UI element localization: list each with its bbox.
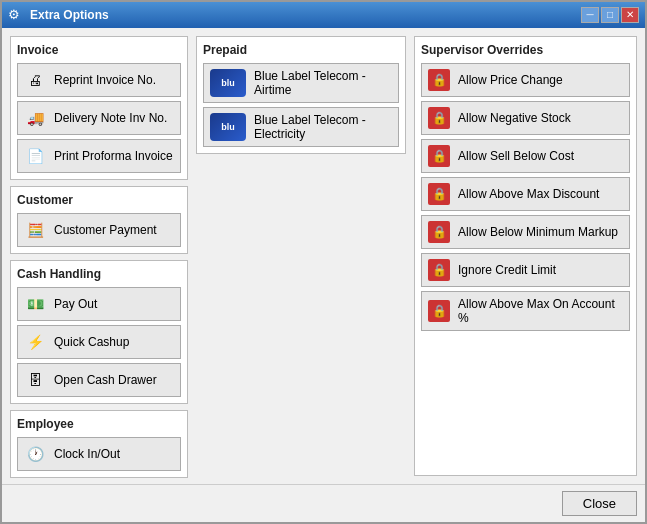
above-max-discount-label: Allow Above Max Discount [458, 187, 599, 201]
open-cash-drawer-icon: 🗄 [24, 369, 46, 391]
cash-handling-section: Cash Handling 💵 Pay Out ⚡ Quick Cashup 🗄… [10, 260, 188, 404]
employee-title: Employee [17, 417, 181, 431]
lock-icon-above-max-discount: 🔒 [428, 183, 450, 205]
electricity-button[interactable]: blu Blue Label Telecom - Electricity [203, 107, 399, 147]
above-max-account-label: Allow Above Max On Account % [458, 297, 623, 325]
clock-icon: 🕐 [24, 443, 46, 465]
below-min-markup-label: Allow Below Minimum Markup [458, 225, 618, 239]
airtime-logo: blu [210, 69, 246, 97]
middle-column: Prepaid blu Blue Label Telecom - Airtime… [196, 36, 406, 476]
customer-payment-label: Customer Payment [54, 223, 157, 237]
title-bar-left: ⚙ Extra Options [8, 7, 109, 23]
lock-icon-negative-stock: 🔒 [428, 107, 450, 129]
quick-cashup-button[interactable]: ⚡ Quick Cashup [17, 325, 181, 359]
minimize-button[interactable]: ─ [581, 7, 599, 23]
close-button[interactable]: Close [562, 491, 637, 516]
airtime-button[interactable]: blu Blue Label Telecom - Airtime [203, 63, 399, 103]
allow-sell-below-cost-button[interactable]: 🔒 Allow Sell Below Cost [421, 139, 630, 173]
lock-icon-below-min-markup: 🔒 [428, 221, 450, 243]
allow-below-min-markup-button[interactable]: 🔒 Allow Below Minimum Markup [421, 215, 630, 249]
proforma-label: Print Proforma Invoice [54, 149, 173, 163]
allow-price-change-button[interactable]: 🔒 Allow Price Change [421, 63, 630, 97]
open-cash-drawer-button[interactable]: 🗄 Open Cash Drawer [17, 363, 181, 397]
allow-negative-stock-button[interactable]: 🔒 Allow Negative Stock [421, 101, 630, 135]
left-column: Invoice 🖨 Reprint Invoice No. 🚚 Delivery… [10, 36, 188, 476]
price-change-label: Allow Price Change [458, 73, 563, 87]
cash-handling-title: Cash Handling [17, 267, 181, 281]
negative-stock-label: Allow Negative Stock [458, 111, 571, 125]
bottom-bar: Close [2, 484, 645, 522]
prepaid-section: Prepaid blu Blue Label Telecom - Airtime… [196, 36, 406, 154]
delivery-label: Delivery Note Inv No. [54, 111, 167, 125]
allow-above-max-on-account-button[interactable]: 🔒 Allow Above Max On Account % [421, 291, 630, 331]
electricity-label: Blue Label Telecom - Electricity [254, 113, 392, 141]
supervisor-section: Supervisor Overrides 🔒 Allow Price Chang… [414, 36, 637, 476]
pay-out-icon: 💵 [24, 293, 46, 315]
customer-payment-button[interactable]: 🧮 Customer Payment [17, 213, 181, 247]
pay-out-label: Pay Out [54, 297, 97, 311]
customer-payment-icon: 🧮 [24, 219, 46, 241]
employee-section: Employee 🕐 Clock In/Out [10, 410, 188, 478]
lock-icon-above-max-account: 🔒 [428, 300, 450, 322]
sell-below-cost-label: Allow Sell Below Cost [458, 149, 574, 163]
right-column: Supervisor Overrides 🔒 Allow Price Chang… [414, 36, 637, 476]
print-proforma-button[interactable]: 📄 Print Proforma Invoice [17, 139, 181, 173]
electricity-logo: blu [210, 113, 246, 141]
quick-cashup-label: Quick Cashup [54, 335, 129, 349]
lock-icon-price-change: 🔒 [428, 69, 450, 91]
reprint-invoice-button[interactable]: 🖨 Reprint Invoice No. [17, 63, 181, 97]
allow-above-max-discount-button[interactable]: 🔒 Allow Above Max Discount [421, 177, 630, 211]
invoice-title: Invoice [17, 43, 181, 57]
delivery-icon: 🚚 [24, 107, 46, 129]
pay-out-button[interactable]: 💵 Pay Out [17, 287, 181, 321]
window-close-button[interactable]: ✕ [621, 7, 639, 23]
reprint-label: Reprint Invoice No. [54, 73, 156, 87]
content-area: Invoice 🖨 Reprint Invoice No. 🚚 Delivery… [2, 28, 645, 484]
supervisor-title: Supervisor Overrides [421, 43, 630, 57]
delivery-note-button[interactable]: 🚚 Delivery Note Inv No. [17, 101, 181, 135]
credit-limit-label: Ignore Credit Limit [458, 263, 556, 277]
open-cash-drawer-label: Open Cash Drawer [54, 373, 157, 387]
customer-title: Customer [17, 193, 181, 207]
customer-section: Customer 🧮 Customer Payment [10, 186, 188, 254]
window-icon: ⚙ [8, 7, 24, 23]
airtime-label: Blue Label Telecom - Airtime [254, 69, 392, 97]
quick-cashup-icon: ⚡ [24, 331, 46, 353]
clock-label: Clock In/Out [54, 447, 120, 461]
clock-in-out-button[interactable]: 🕐 Clock In/Out [17, 437, 181, 471]
lock-icon-credit-limit: 🔒 [428, 259, 450, 281]
ignore-credit-limit-button[interactable]: 🔒 Ignore Credit Limit [421, 253, 630, 287]
lock-icon-sell-below-cost: 🔒 [428, 145, 450, 167]
title-bar-controls: ─ □ ✕ [581, 7, 639, 23]
proforma-icon: 📄 [24, 145, 46, 167]
title-bar: ⚙ Extra Options ─ □ ✕ [2, 2, 645, 28]
window-title: Extra Options [30, 8, 109, 22]
invoice-section: Invoice 🖨 Reprint Invoice No. 🚚 Delivery… [10, 36, 188, 180]
maximize-button[interactable]: □ [601, 7, 619, 23]
prepaid-title: Prepaid [203, 43, 399, 57]
reprint-icon: 🖨 [24, 69, 46, 91]
main-window: ⚙ Extra Options ─ □ ✕ Invoice 🖨 Reprint … [0, 0, 647, 524]
